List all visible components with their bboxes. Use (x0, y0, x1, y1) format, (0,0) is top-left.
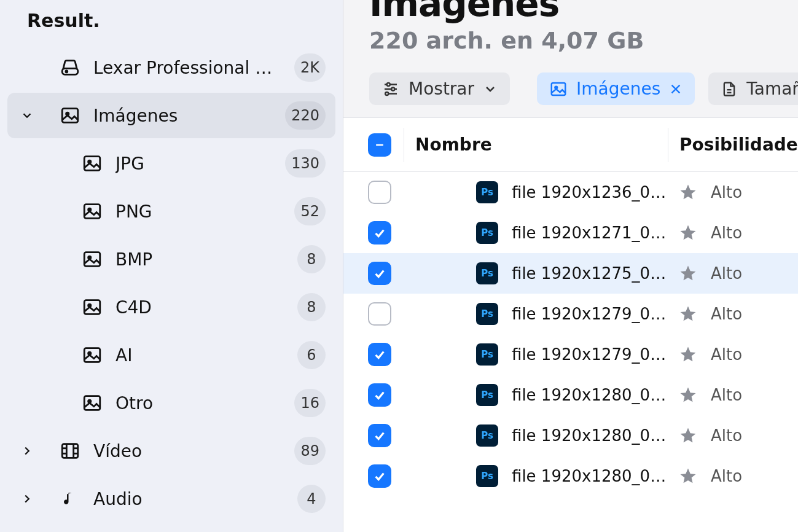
row-checkbox[interactable] (368, 464, 391, 488)
count-badge: 2K (294, 53, 326, 82)
possibility-label: Alto (711, 386, 742, 404)
cell-possibility: Alto (668, 467, 791, 485)
table-row[interactable]: Psfile 1920x1236_00...Alto (343, 172, 798, 213)
photoshop-icon: Ps (476, 181, 498, 203)
image-icon (80, 153, 104, 174)
row-checkbox[interactable] (368, 262, 391, 285)
table-row[interactable]: Psfile 1920x1279_00...Alto (343, 334, 798, 375)
count-badge: 52 (294, 197, 326, 225)
svg-point-1 (66, 71, 68, 72)
image-icon (80, 249, 104, 270)
drive-icon (58, 57, 82, 78)
star-icon (679, 467, 697, 485)
count-badge: 8 (297, 293, 326, 321)
possibility-label: Alto (711, 183, 742, 201)
image-icon (80, 201, 104, 222)
sidebar-item-audio[interactable]: Audio4 (7, 476, 335, 522)
sidebar-item-ai[interactable]: AI6 (29, 332, 335, 378)
main-panel: Imágenes 220 arch. en 4,07 GB Mostrar Im… (343, 0, 798, 532)
star-icon (679, 426, 697, 445)
sidebar: Result. Lexar Professional USB 3....2KIm… (0, 0, 343, 532)
chevron-right-icon[interactable] (7, 444, 47, 458)
svg-rect-2 (62, 109, 78, 123)
table-row[interactable]: Psfile 1920x1271_00...Alto (343, 213, 798, 253)
svg-rect-8 (84, 252, 100, 267)
row-checkbox[interactable] (368, 343, 391, 366)
select-all-checkbox[interactable] (368, 133, 391, 157)
toolbar: Mostrar Imágenes Tamaño (369, 72, 772, 105)
row-checkbox[interactable] (368, 383, 391, 407)
chevron-down-icon[interactable] (7, 109, 47, 122)
image-icon (80, 345, 104, 366)
star-icon (679, 345, 697, 364)
row-checkbox[interactable] (368, 221, 391, 244)
file-name: file 1920x1279_00... (512, 305, 668, 323)
cell-possibility: Alto (668, 386, 791, 404)
star-icon (679, 386, 697, 404)
image-icon (80, 297, 104, 318)
table-row[interactable]: Psfile 1920x1280_00...Alto (343, 415, 798, 456)
svg-rect-0 (62, 68, 78, 74)
col-header-poss[interactable]: Posibilidades d (668, 128, 798, 162)
count-badge: 6 (297, 341, 326, 369)
image-icon (58, 105, 82, 126)
file-name: file 1920x1280_00... (512, 467, 668, 485)
table-row[interactable]: Psfile 1920x1280_00...Alto (343, 456, 798, 496)
count-badge: 89 (294, 437, 326, 465)
sidebar-item-im-genes[interactable]: Imágenes220 (7, 93, 335, 138)
chevron-right-icon[interactable] (7, 492, 47, 506)
cell-name: Psfile 1920x1280_00... (404, 424, 668, 447)
main-header: Imágenes 220 arch. en 4,07 GB Mostrar Im… (343, 0, 798, 117)
svg-point-26 (387, 83, 390, 86)
sliders-icon (381, 80, 400, 98)
svg-rect-31 (552, 83, 566, 95)
photoshop-icon: Ps (476, 343, 498, 366)
sidebar-subtree: JPG130PNG52BMP8C4D8AI6Otro16 (0, 141, 343, 426)
show-button[interactable]: Mostrar (369, 72, 510, 105)
photoshop-icon: Ps (476, 465, 498, 487)
count-badge: 4 (297, 485, 326, 513)
row-checkbox[interactable] (368, 424, 391, 447)
size-button[interactable]: Tamaño (708, 72, 798, 105)
cell-possibility: Alto (668, 224, 791, 242)
table-row[interactable]: Psfile 1920x1275_00...Alto (343, 253, 798, 294)
photoshop-icon: Ps (476, 384, 498, 406)
sidebar-item-documentos[interactable]: Documentos296 (7, 524, 335, 532)
row-checkbox[interactable] (368, 181, 391, 204)
size-label: Tamaño (746, 79, 798, 99)
chip-label: Imágenes (576, 79, 660, 99)
possibility-label: Alto (711, 467, 742, 485)
sidebar-title: Result. (0, 5, 343, 42)
sidebar-item-otro[interactable]: Otro16 (29, 380, 335, 426)
svg-point-30 (385, 92, 388, 95)
cell-possibility: Alto (668, 264, 791, 283)
file-name: file 1920x1280_00... (512, 426, 668, 445)
close-icon[interactable] (669, 82, 683, 96)
possibility-label: Alto (711, 224, 742, 242)
cell-name: Psfile 1920x1279_00... (404, 343, 668, 366)
sidebar-item-jpg[interactable]: JPG130 (29, 141, 335, 186)
file-icon (721, 80, 738, 98)
row-checkbox[interactable] (368, 302, 391, 326)
image-icon (80, 393, 104, 413)
cell-name: Psfile 1920x1236_00... (404, 181, 668, 203)
col-header-name[interactable]: Nombre (404, 128, 668, 162)
sidebar-item-lexar-professional-usb-3-[interactable]: Lexar Professional USB 3....2K (7, 45, 335, 90)
table-row[interactable]: Psfile 1920x1279_00...Alto (343, 294, 798, 334)
possibility-label: Alto (711, 264, 742, 283)
possibility-label: Alto (711, 305, 742, 323)
sidebar-item-bmp[interactable]: BMP8 (29, 237, 335, 282)
sidebar-item-png[interactable]: PNG52 (29, 189, 335, 234)
sidebar-tree: Lexar Professional USB 3....2KImágenes22… (0, 45, 343, 532)
table-body: Psfile 1920x1236_00...AltoPsfile 1920x12… (343, 172, 798, 496)
sidebar-item-label: BMP (115, 249, 286, 270)
sidebar-item-c4d[interactable]: C4D8 (29, 284, 335, 330)
possibility-label: Alto (711, 345, 742, 364)
filter-chip-images[interactable]: Imágenes (537, 72, 695, 105)
table-row[interactable]: Psfile 1920x1280_00...Alto (343, 375, 798, 415)
count-badge: 220 (285, 101, 326, 130)
sidebar-item-v-deo[interactable]: Vídeo89 (7, 428, 335, 474)
file-name: file 1920x1279_00... (512, 345, 668, 364)
svg-rect-6 (84, 205, 100, 219)
cell-name: Psfile 1920x1275_00... (404, 262, 668, 284)
